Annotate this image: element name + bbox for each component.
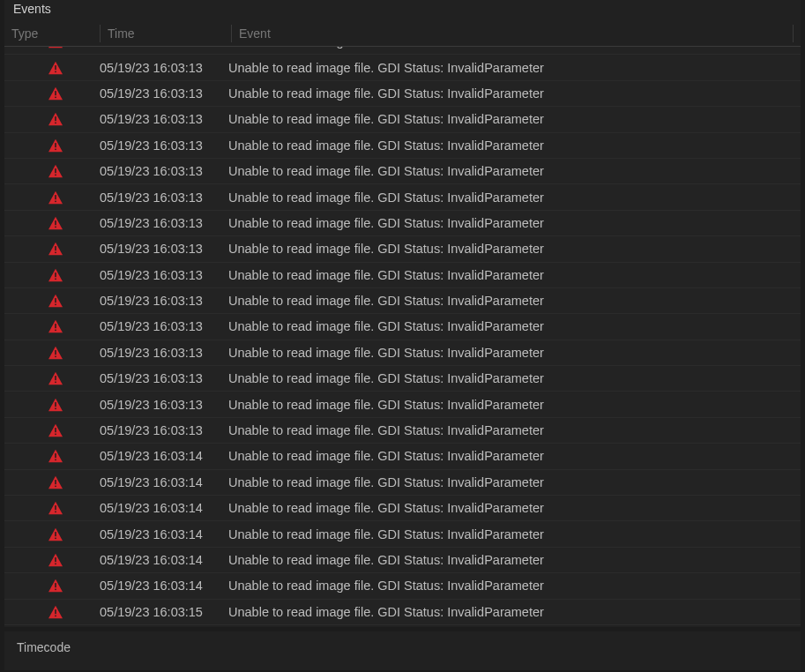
warning-triangle-icon [48, 61, 63, 75]
svg-rect-9 [55, 148, 56, 149]
event-time-cell: 05/19/23 16:03:13 [100, 268, 223, 282]
svg-rect-6 [55, 116, 56, 121]
column-separator[interactable] [231, 25, 232, 42]
event-message-cell: Unable to read image file. GDI Status: I… [223, 423, 801, 437]
event-message-cell: Unable to read image file. GDI Status: I… [223, 605, 801, 619]
svg-rect-13 [55, 200, 56, 201]
svg-rect-5 [55, 97, 56, 98]
event-type-cell [11, 138, 100, 153]
event-row[interactable]: 05/19/23 16:03:14Unable to read image fi… [4, 444, 801, 469]
svg-rect-43 [55, 589, 56, 590]
event-row[interactable]: 05/19/23 16:03:13Unable to read image fi… [4, 81, 801, 107]
event-type-cell [11, 605, 100, 619]
svg-rect-27 [55, 382, 56, 383]
event-row[interactable]: 05/19/23 16:03:13Unable to read image fi… [4, 55, 801, 80]
events-rows-viewport[interactable]: 05/19/23 16:03:13Unable to read image fi… [4, 47, 801, 627]
event-row[interactable]: 05/19/23 16:03:13Unable to read image fi… [4, 236, 801, 262]
event-type-cell [11, 268, 100, 282]
event-row[interactable]: 05/19/23 16:03:14Unable to read image fi… [4, 496, 801, 521]
svg-rect-18 [55, 273, 56, 277]
event-time-cell: 05/19/23 16:03:13 [100, 112, 223, 126]
svg-rect-33 [55, 459, 56, 460]
svg-rect-29 [55, 407, 56, 408]
events-panel-title: Events [4, 0, 801, 21]
event-time-cell: 05/19/23 16:03:13 [100, 164, 223, 178]
column-separator[interactable] [793, 25, 794, 42]
event-type-cell [11, 47, 100, 49]
column-header-type[interactable]: Type [11, 26, 100, 41]
event-type-cell [11, 475, 100, 489]
event-row[interactable]: 05/19/23 16:03:13Unable to read image fi… [4, 133, 801, 159]
event-message-cell: Unable to read image file. GDI Status: I… [223, 190, 801, 205]
event-type-cell [11, 164, 100, 178]
svg-rect-35 [55, 485, 56, 486]
event-type-cell [11, 112, 100, 126]
svg-rect-40 [55, 557, 56, 562]
event-type-cell [11, 86, 100, 101]
event-row[interactable]: 05/19/23 16:03:13Unable to read image fi… [4, 366, 801, 392]
event-row[interactable]: 05/19/23 16:03:13Unable to read image fi… [4, 159, 801, 184]
event-type-cell [11, 423, 100, 437]
warning-triangle-icon [48, 605, 63, 619]
event-row[interactable]: 05/19/23 16:03:13Unable to read image fi… [4, 288, 801, 314]
event-row[interactable]: 05/19/23 16:03:13Unable to read image fi… [4, 107, 801, 132]
column-separator[interactable] [100, 25, 101, 42]
event-time-cell: 05/19/23 16:03:13 [100, 138, 223, 153]
column-header-event[interactable]: Event [239, 26, 793, 41]
event-message-cell: Unable to read image file. GDI Status: I… [223, 294, 801, 308]
event-type-cell [11, 371, 100, 385]
event-time-cell: 05/19/23 16:03:13 [100, 398, 223, 412]
event-type-cell [11, 319, 100, 333]
warning-triangle-icon [48, 164, 63, 178]
svg-rect-25 [55, 356, 56, 357]
event-time-cell: 05/19/23 16:03:13 [100, 47, 223, 49]
event-row[interactable]: 05/19/23 16:03:13Unable to read image fi… [4, 184, 801, 210]
warning-triangle-icon [48, 294, 63, 308]
warning-triangle-icon [48, 371, 63, 385]
event-row[interactable]: 05/19/23 16:03:14Unable to read image fi… [4, 573, 801, 599]
svg-rect-2 [55, 65, 56, 70]
event-row[interactable]: 05/19/23 16:03:14Unable to read image fi… [4, 548, 801, 573]
event-row[interactable]: 05/19/23 16:03:14Unable to read image fi… [4, 521, 801, 547]
event-time-cell: 05/19/23 16:03:14 [100, 501, 223, 515]
event-row[interactable]: 05/19/23 16:03:13Unable to read image fi… [4, 314, 801, 340]
event-time-cell: 05/19/23 16:03:13 [100, 242, 223, 256]
svg-rect-31 [55, 434, 56, 435]
svg-rect-24 [55, 350, 56, 355]
event-type-cell [11, 579, 100, 593]
event-time-cell: 05/19/23 16:03:14 [100, 553, 223, 567]
event-type-cell [11, 449, 100, 463]
warning-triangle-icon [48, 319, 63, 333]
event-message-cell: Unable to read image file. GDI Status: I… [223, 112, 801, 126]
event-message-cell: Unable to read image file. GDI Status: I… [223, 398, 801, 412]
event-time-cell: 05/19/23 16:03:13 [100, 190, 223, 205]
event-message-cell: Unable to read image file. GDI Status: I… [223, 371, 801, 385]
event-row[interactable]: 05/19/23 16:03:15Unable to read image fi… [4, 600, 801, 625]
event-message-cell: Unable to read image file. GDI Status: I… [223, 164, 801, 178]
svg-rect-14 [55, 220, 56, 225]
event-type-cell [11, 61, 100, 75]
event-type-cell [11, 527, 100, 541]
svg-rect-7 [55, 123, 56, 123]
event-row[interactable]: 05/19/23 16:03:14Unable to read image fi… [4, 470, 801, 496]
event-type-cell [11, 242, 100, 256]
warning-triangle-icon [48, 449, 63, 463]
svg-rect-42 [55, 583, 56, 587]
svg-rect-11 [55, 175, 56, 175]
event-row[interactable]: 05/19/23 16:03:13Unable to read image fi… [4, 392, 801, 417]
event-row[interactable]: 05/19/23 16:03:13Unable to read image fi… [4, 263, 801, 288]
event-type-cell [11, 553, 100, 567]
column-header-time[interactable]: Time [108, 26, 231, 41]
event-time-cell: 05/19/23 16:03:13 [100, 294, 223, 308]
event-row[interactable]: 05/19/23 16:03:13Unable to read image fi… [4, 211, 801, 236]
event-row[interactable]: 05/19/23 16:03:13Unable to read image fi… [4, 418, 801, 444]
events-panel: Events Type Time Event 05/19/23 16:03:13… [4, 0, 801, 626]
event-time-cell: 05/19/23 16:03:13 [100, 371, 223, 385]
svg-rect-10 [55, 168, 56, 173]
event-message-cell: Unable to read image file. GDI Status: I… [223, 475, 801, 489]
event-time-cell: 05/19/23 16:03:14 [100, 475, 223, 489]
svg-rect-15 [55, 227, 56, 228]
event-row[interactable]: 05/19/23 16:03:13Unable to read image fi… [4, 47, 801, 55]
event-row[interactable]: 05/19/23 16:03:13Unable to read image fi… [4, 340, 801, 366]
event-message-cell: Unable to read image file. GDI Status: I… [223, 242, 801, 256]
